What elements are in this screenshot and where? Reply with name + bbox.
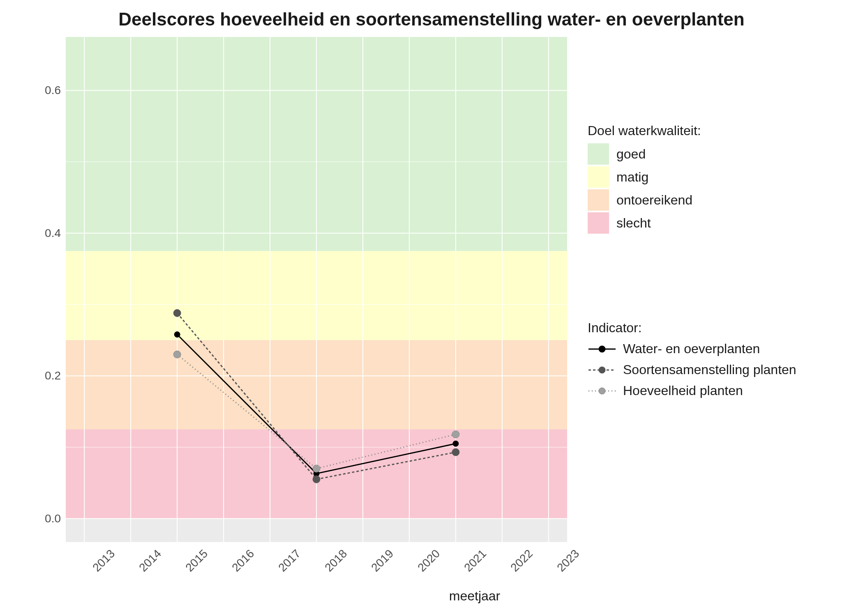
legend-band-swatch <box>588 212 609 234</box>
legend-band-row: ontoereikend <box>588 189 701 211</box>
plot-area <box>66 37 567 542</box>
series-point <box>313 465 320 472</box>
legend-bands-title: Doel waterkwaliteit: <box>588 123 701 138</box>
x-tick-label: 2013 <box>90 547 118 575</box>
legend-series-row: Water- en oeverplanten <box>588 341 796 356</box>
legend-series-label: Soortensamenstelling planten <box>623 362 796 377</box>
x-tick-label: 2021 <box>461 547 489 575</box>
series-point <box>313 476 320 483</box>
x-tick-label: 2018 <box>322 547 350 575</box>
series-point <box>173 309 181 317</box>
legend-series-row: Hoeveelheid planten <box>588 383 796 398</box>
x-tick-label: 2022 <box>508 547 535 575</box>
y-tick-label: 0.4 <box>28 227 61 240</box>
legend-series-rows: Water- en oeverplantenSoortensamenstelli… <box>588 341 796 398</box>
x-tick-label: 2014 <box>136 547 164 575</box>
legend-series-swatch <box>588 364 616 376</box>
legend-series-swatch <box>588 343 616 355</box>
legend-band-label: slecht <box>616 216 651 231</box>
x-tick-label: 2015 <box>183 547 210 575</box>
legend-series-label: Hoeveelheid planten <box>623 383 743 398</box>
svg-point-3 <box>599 367 605 373</box>
legend-series: Indicator: Water- en oeverplantenSoorten… <box>588 320 796 404</box>
legend-bands: Doel waterkwaliteit: goedmatigontoereike… <box>588 123 701 235</box>
x-tick-label: 2016 <box>229 547 257 575</box>
series-point <box>452 431 459 438</box>
legend-band-label: goed <box>616 147 646 162</box>
legend-band-swatch <box>588 143 609 165</box>
x-tick-label: 2020 <box>415 547 443 575</box>
legend-series-swatch <box>588 385 616 397</box>
y-tick-label: 0.0 <box>28 512 61 525</box>
series-point <box>453 441 459 446</box>
legend-band-swatch <box>588 166 609 188</box>
series-point <box>174 331 180 337</box>
legend-band-label: ontoereikend <box>616 193 692 208</box>
x-tick-label: 2019 <box>369 547 396 575</box>
series-point <box>452 448 459 456</box>
legend-band-row: slecht <box>588 212 701 234</box>
y-tick-label: 0.2 <box>28 369 61 382</box>
legend-band-row: matig <box>588 166 701 188</box>
svg-point-5 <box>599 388 605 394</box>
legend-band-row: goed <box>588 143 701 165</box>
legend-band-label: matig <box>616 170 648 185</box>
plot-svg <box>66 37 567 542</box>
legend-series-row: Soortensamenstelling planten <box>588 362 796 377</box>
chart-figure: Deelscores hoeveelheid en soortensamenst… <box>0 0 863 616</box>
x-tick-label: 2017 <box>276 547 303 575</box>
series-point <box>173 351 181 358</box>
x-axis-label: meetjaar <box>449 588 501 604</box>
legend-series-label: Water- en oeverplanten <box>623 341 760 356</box>
y-tick-label: 0.6 <box>28 84 61 97</box>
legend-bands-rows: goedmatigontoereikendslecht <box>588 143 701 234</box>
svg-point-1 <box>599 346 605 352</box>
x-tick-label: 2023 <box>554 547 582 575</box>
chart-title: Deelscores hoeveelheid en soortensamenst… <box>0 9 863 30</box>
legend-series-title: Indicator: <box>588 320 796 336</box>
legend-band-swatch <box>588 189 609 211</box>
